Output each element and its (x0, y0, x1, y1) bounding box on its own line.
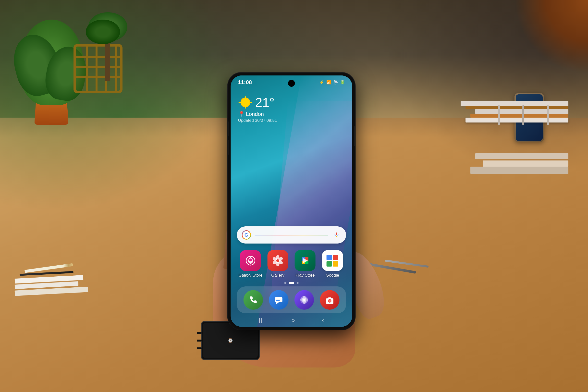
sun-icon (238, 95, 253, 110)
phone-screen: 11:08 ⚡ 📶 📡 🔋 (231, 76, 352, 327)
weather-widget: 21° 📍 London Updated 30/07 09:51 (238, 95, 277, 123)
dock-messages-icon[interactable] (269, 290, 288, 310)
location-pin-icon: 📍 (238, 111, 245, 117)
svg-rect-0 (336, 232, 337, 235)
play-store-icon (295, 250, 316, 271)
back-button[interactable]: ‹ (322, 317, 324, 324)
phone-body: 11:08 ⚡ 📶 📡 🔋 (228, 72, 355, 330)
gallery-icon (267, 250, 288, 271)
app-item-galaxy-store[interactable]: Galaxy Store (238, 250, 263, 278)
home-button[interactable]: ○ (291, 317, 295, 324)
voice-search-icon[interactable] (332, 230, 341, 240)
svg-point-25 (303, 299, 305, 301)
google-label: Google (326, 273, 339, 278)
page-dot-1 (284, 282, 286, 284)
recent-apps-button[interactable]: ||| (259, 317, 264, 323)
galaxy-store-label: Galaxy Store (238, 273, 262, 278)
weather-location: 📍 London (238, 111, 277, 117)
gallery-label: Gallery (271, 273, 284, 278)
wifi-icon: 📶 (326, 80, 331, 84)
app-item-play-store[interactable]: Play Store (293, 250, 317, 278)
page-dot-3 (297, 282, 299, 284)
weather-temperature: 21° (255, 96, 275, 109)
svg-rect-21 (276, 300, 280, 301)
model-stack (446, 49, 568, 196)
galaxy-store-icon (240, 250, 261, 271)
svg-marker-19 (276, 302, 279, 304)
status-time: 11:08 (238, 79, 252, 86)
app-item-gallery[interactable]: Gallery (266, 250, 290, 278)
google-g-logo: G (242, 230, 251, 240)
volume-up-button (228, 122, 228, 136)
signal-icon: 📡 (333, 80, 338, 84)
page-dot-2-active (289, 282, 294, 284)
power-button (354, 126, 355, 146)
google-icon (322, 250, 343, 271)
dock-camera-icon[interactable] (320, 290, 340, 310)
page-indicators (231, 282, 352, 284)
weather-updated: Updated 30/07 09:51 (238, 118, 277, 123)
camera-punch-hole (288, 80, 295, 87)
svg-rect-18 (275, 297, 282, 302)
svg-point-11 (276, 259, 279, 262)
play-store-label: Play Store (296, 273, 314, 278)
svg-rect-20 (276, 299, 281, 300)
app-row: Galaxy Store (237, 250, 346, 278)
svg-point-3 (249, 258, 252, 262)
navigation-bar: ||| ○ ‹ (231, 313, 352, 327)
plant-back (93, 12, 122, 81)
status-icons: ⚡ 📶 📡 🔋 (320, 80, 345, 84)
notebook-stack (15, 277, 88, 294)
dock-bixby-icon[interactable] (294, 290, 314, 310)
google-search-bar[interactable]: G (237, 226, 346, 244)
battery-icon: 🔋 (340, 80, 345, 84)
samsung-galaxy-phone: 11:08 ⚡ 📶 📡 🔋 (228, 72, 355, 330)
app-dock (237, 286, 346, 313)
svg-point-27 (328, 300, 331, 302)
app-item-google[interactable]: Google (320, 250, 345, 278)
dock-phone-icon[interactable] (244, 290, 263, 310)
bluetooth-icon: ⚡ (320, 80, 324, 84)
volume-down-button (228, 140, 228, 154)
